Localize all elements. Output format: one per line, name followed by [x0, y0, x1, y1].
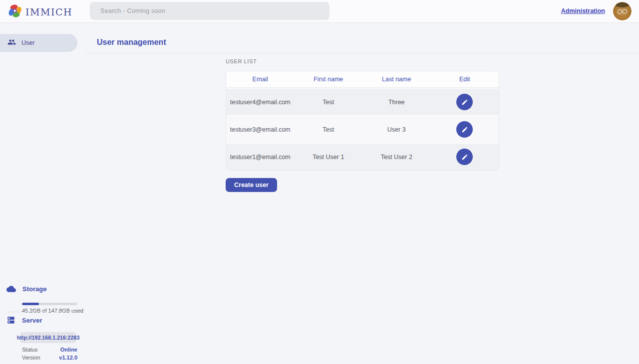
user-avatar[interactable] — [613, 2, 632, 20]
status-value: Online — [60, 347, 77, 353]
title-divider — [85, 53, 639, 53]
table-header-row: Email First name Last name Edit — [226, 71, 499, 88]
server-panel: Server http://192.168.1.216:2283 Status … — [0, 316, 85, 361]
pencil-icon — [461, 154, 468, 161]
storage-progress-fill — [22, 303, 39, 305]
version-label: Version — [22, 355, 40, 361]
cell-first-name: Test User 1 — [295, 144, 363, 170]
cell-email: testuser4@email.com — [226, 89, 295, 115]
logo-wordmark: IMMICH — [25, 6, 72, 17]
table-row: testuser4@email.com Test Three — [226, 88, 499, 115]
search-input[interactable] — [90, 2, 329, 20]
version-value: v1.12.0 — [59, 355, 77, 361]
user-table: Email First name Last name Edit testuser… — [226, 71, 499, 171]
column-header-first-name: First name — [295, 71, 363, 87]
top-header: IMMICH Administration — [0, 0, 639, 23]
storage-panel: Storage 45.2GB of 147.8GB used — [0, 284, 85, 314]
cell-email: testuser1@email.com — [226, 144, 295, 170]
sidebar-item-user[interactable]: User — [0, 34, 77, 52]
server-icon — [6, 316, 15, 325]
page-title: User management — [97, 38, 166, 47]
column-header-last-name: Last name — [362, 71, 431, 87]
create-user-button[interactable]: Create user — [226, 178, 277, 192]
pencil-icon — [461, 126, 468, 133]
status-label: Status — [22, 347, 37, 353]
administration-link[interactable]: Administration — [561, 7, 605, 14]
cell-first-name: Test — [295, 116, 363, 143]
users-icon — [7, 38, 16, 48]
storage-title: Storage — [22, 285, 46, 293]
server-status-row: Status Online — [22, 347, 77, 353]
cell-last-name: Test User 2 — [362, 144, 431, 170]
storage-usage-text: 45.2GB of 147.8GB used — [22, 308, 83, 314]
cell-email: testuser3@email.com — [226, 116, 295, 143]
edit-user-button[interactable] — [456, 149, 473, 165]
edit-user-button[interactable] — [456, 94, 473, 110]
storage-progress-bar — [22, 303, 77, 305]
page: IMMICH Administration — [0, 0, 639, 364]
edit-user-button[interactable] — [456, 121, 473, 138]
table-row: testuser3@email.com Test User 3 — [226, 115, 499, 143]
server-url-chip: http://192.168.1.216:2283 — [20, 332, 76, 343]
server-title: Server — [22, 317, 42, 324]
cell-first-name: Test — [295, 89, 363, 115]
cell-last-name: Three — [362, 89, 431, 115]
immich-flower-icon — [8, 4, 22, 20]
sidebar-item-user-label: User — [21, 39, 34, 46]
cloud-icon — [6, 284, 16, 294]
sidebar-divider — [7, 312, 77, 312]
cell-last-name: User 3 — [362, 116, 431, 143]
user-list-label: USER LIST — [226, 58, 257, 64]
pencil-icon — [461, 99, 468, 106]
table-row: testuser1@email.com Test User 1 Test Use… — [226, 143, 499, 170]
column-header-email: Email — [226, 71, 295, 87]
server-version-row: Version v1.12.0 — [22, 355, 77, 361]
app-logo[interactable]: IMMICH — [8, 4, 72, 20]
column-header-edit: Edit — [431, 71, 499, 87]
